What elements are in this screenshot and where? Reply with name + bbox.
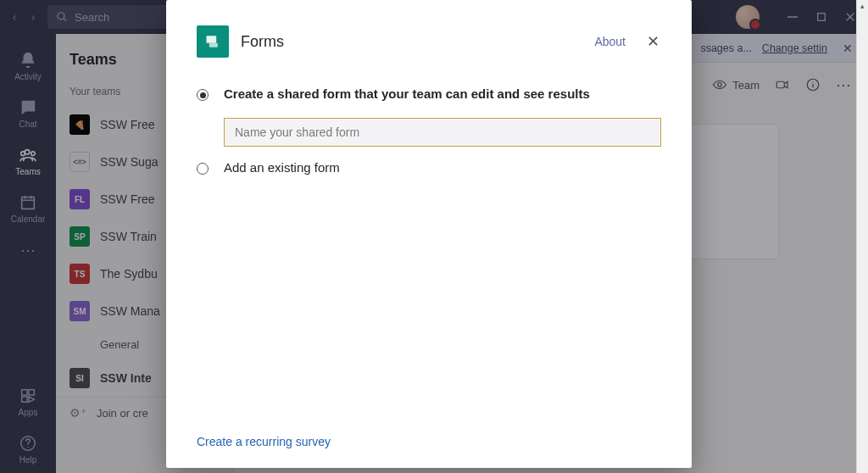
scroll-up-icon[interactable]: ▴ bbox=[857, 0, 868, 12]
option-create-label: Create a shared form that your team can … bbox=[224, 86, 590, 101]
option-create-shared[interactable]: Create a shared form that your team can … bbox=[197, 86, 661, 101]
modal-header: Forms About ✕ bbox=[197, 25, 661, 58]
form-name-input[interactable] bbox=[224, 118, 661, 147]
option-existing-label: Add an existing form bbox=[224, 160, 340, 175]
radio-existing[interactable] bbox=[197, 163, 209, 175]
forms-modal: Forms About ✕ Create a shared form that … bbox=[166, 0, 692, 468]
close-icon[interactable]: ✕ bbox=[644, 32, 661, 51]
browser-scrollbar[interactable]: ▴ bbox=[856, 0, 868, 473]
svg-rect-7 bbox=[209, 43, 218, 47]
radio-create[interactable] bbox=[197, 89, 209, 101]
modal-title: Forms bbox=[241, 33, 284, 51]
recurring-survey-link[interactable]: Create a recurring survey bbox=[197, 435, 331, 448]
app-window: ‹ › Search Activity bbox=[0, 0, 868, 473]
modal-footer: Create a recurring survey bbox=[197, 434, 661, 449]
option-add-existing[interactable]: Add an existing form bbox=[197, 160, 661, 175]
svg-rect-6 bbox=[207, 36, 217, 42]
about-link[interactable]: About bbox=[594, 35, 626, 48]
forms-logo-icon bbox=[197, 25, 229, 58]
